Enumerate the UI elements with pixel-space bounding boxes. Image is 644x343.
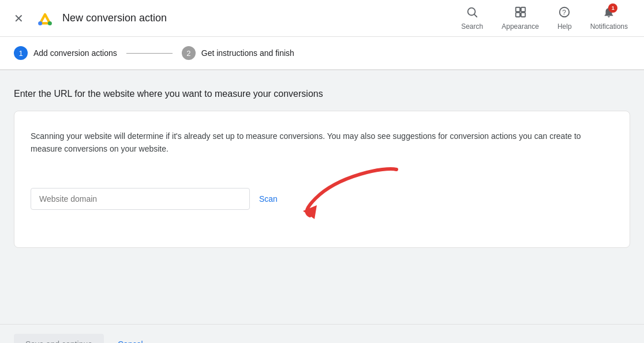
header: ✕ New conversion action Search (0, 0, 644, 37)
notifications-label: Notifications (590, 22, 628, 31)
svg-rect-8 (521, 7, 525, 12)
svg-line-6 (474, 14, 477, 17)
page-heading: Enter the URL for the website where you … (14, 89, 630, 99)
svg-rect-9 (515, 13, 519, 17)
footer-bar: Save and continue Cancel (0, 324, 644, 343)
step-2-circle: 2 (182, 46, 196, 60)
appearance-icon (514, 6, 527, 21)
step-2-label: Get instructions and finish (201, 48, 294, 58)
search-label: Search (461, 22, 483, 31)
svg-rect-7 (515, 7, 519, 12)
svg-text:?: ? (563, 9, 567, 17)
card-description: Scanning your website will determine if … (31, 130, 596, 156)
step-divider (126, 53, 173, 54)
google-ads-logo (37, 10, 53, 27)
cancel-button[interactable]: Cancel (113, 334, 148, 343)
header-actions: Search Appearance ? Help (454, 1, 635, 35)
step-2: 2 Get instructions and finish (182, 46, 294, 60)
close-icon: ✕ (14, 12, 24, 25)
step-1-number: 1 (18, 49, 23, 58)
step-1: 1 Add conversion actions (14, 46, 117, 60)
notification-badge: 1 (608, 3, 617, 13)
svg-point-2 (38, 21, 42, 25)
help-label: Help (557, 22, 572, 31)
svg-rect-10 (521, 13, 525, 17)
arrow-svg (293, 164, 408, 221)
notifications-icon: 1 (602, 6, 615, 21)
save-continue-button[interactable]: Save and continue (14, 334, 104, 343)
page-title: New conversion action (62, 12, 167, 24)
search-icon (466, 6, 478, 21)
step-2-number: 2 (186, 49, 190, 58)
step-1-circle: 1 (14, 46, 28, 60)
header-left: ✕ New conversion action (9, 9, 454, 28)
appearance-action[interactable]: Appearance (495, 1, 546, 35)
help-action[interactable]: ? Help (551, 1, 579, 35)
red-arrow-annotation (293, 164, 408, 223)
appearance-label: Appearance (501, 22, 539, 31)
scan-button[interactable]: Scan (259, 194, 278, 203)
help-icon: ? (558, 6, 571, 21)
scan-card: Scanning your website will determine if … (14, 111, 630, 248)
svg-point-3 (48, 21, 52, 25)
url-input-row: Scan (31, 169, 613, 229)
search-action[interactable]: Search (454, 1, 490, 35)
step-1-label: Add conversion actions (33, 48, 117, 58)
stepper: 1 Add conversion actions 2 Get instructi… (0, 37, 644, 70)
notifications-action[interactable]: 1 Notifications (583, 1, 635, 35)
close-button[interactable]: ✕ (9, 9, 28, 28)
website-domain-input[interactable] (31, 188, 250, 210)
main-content: Enter the URL for the website where you … (0, 70, 644, 324)
